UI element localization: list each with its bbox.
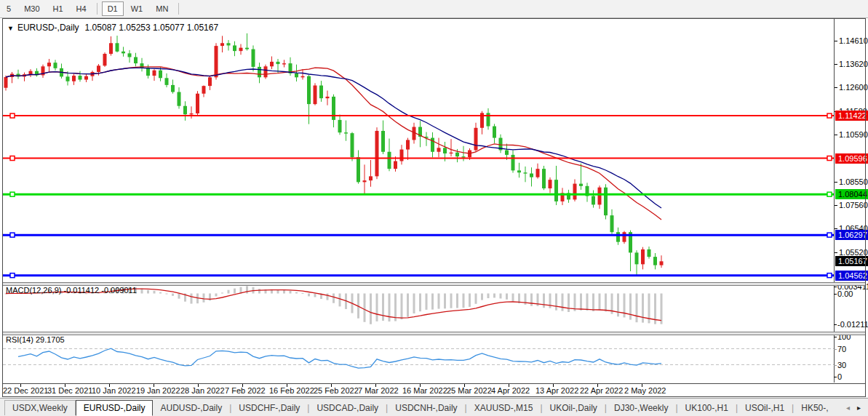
macd-bar <box>599 294 601 311</box>
chart-title: ▼EURUSD-,Daily1.05087 1.05253 1.05077 1.… <box>7 23 218 33</box>
chart-tabbar: USDX,WeeklyEURUSD-,DailyAUDUSD-,Daily|US… <box>0 398 868 416</box>
hline-handle[interactable] <box>827 273 832 278</box>
macd-bar <box>481 294 483 300</box>
timeframe-button-h4[interactable]: H4 <box>71 1 92 16</box>
candle-body <box>196 94 199 113</box>
tab-usdx-weekly[interactable]: USDX,Weekly <box>4 400 76 415</box>
tab-dj30-weekly[interactable]: DJ30-,Weekly <box>607 401 675 415</box>
timeframe-button-d1[interactable]: D1 <box>102 1 124 16</box>
candle-body <box>437 148 441 151</box>
timeframe-button-5[interactable]: 5 <box>1 1 17 16</box>
macd-bar <box>426 294 428 310</box>
candle-body <box>369 176 373 180</box>
candle-body <box>270 62 274 66</box>
chart-dropdown-icon[interactable]: ▼ <box>7 25 14 32</box>
rsi-indicator-label: RSI(14) 29.1705 <box>6 335 65 344</box>
price-axis[interactable]: 1.146101.136201.126001.115801.105901.085… <box>834 19 867 383</box>
tab-usdcad-daily[interactable]: USDCAD-,Daily <box>309 401 386 415</box>
hline-handle[interactable] <box>10 113 15 118</box>
macd-bar <box>370 294 372 324</box>
hline-handle[interactable] <box>10 192 15 196</box>
hline-handle[interactable] <box>827 156 832 161</box>
candle-body <box>276 62 280 64</box>
pane-divider-macd[interactable] <box>3 282 866 286</box>
macd-bar <box>228 290 230 294</box>
macd-bar <box>394 294 397 321</box>
hline-1.09596[interactable] <box>3 156 834 161</box>
macd-bar <box>419 294 421 312</box>
candle-body <box>97 65 100 72</box>
candle-body <box>394 161 397 169</box>
candle-body <box>400 150 404 161</box>
timeframe-button-w1[interactable]: W1 <box>125 1 149 16</box>
candle-body <box>623 232 626 241</box>
macd-bar <box>234 289 236 294</box>
candle-body <box>542 169 546 188</box>
macd-bar <box>401 294 403 320</box>
date-label: 4 Apr 2022 <box>491 386 530 395</box>
tab-usoil-h1[interactable]: USOil-,H1 <box>738 401 792 415</box>
candle-body <box>660 261 664 265</box>
ma-slow-line <box>6 68 661 208</box>
candle-body <box>487 113 490 126</box>
hline-1.04562[interactable] <box>3 273 834 278</box>
timeframe-button-h1[interactable]: H1 <box>47 1 69 16</box>
tab-audusd-daily[interactable]: AUDUSD-,Daily <box>153 401 229 415</box>
candle-body <box>517 170 521 172</box>
macd-bar <box>562 294 564 311</box>
macd-bar <box>258 289 260 293</box>
hline-handle[interactable] <box>827 113 832 118</box>
candle-body <box>455 153 459 156</box>
hline-1.11422[interactable] <box>3 113 834 118</box>
hline-handle[interactable] <box>10 156 15 161</box>
candle-body <box>146 68 150 76</box>
candle-body <box>190 113 194 114</box>
tab-hk50[interactable]: HK50-, <box>794 401 835 415</box>
date-label: 2 May 2022 <box>624 386 666 395</box>
price-tick-label: 1.12600 <box>839 83 868 92</box>
hline-1.08044[interactable] <box>3 192 834 196</box>
macd-axis-label: 0.00 <box>837 289 853 298</box>
candle-body <box>54 63 57 68</box>
tab-usdchf-daily[interactable]: USDCHF-,Daily <box>231 401 307 415</box>
tab-ukoil-daily[interactable]: UKOil-,Daily <box>543 401 605 415</box>
timeframe-button-mn[interactable]: MN <box>150 1 174 16</box>
macd-bar <box>314 294 316 297</box>
tab-scroll-right-icon[interactable]: ▸ <box>857 404 861 412</box>
macd-bar <box>444 294 446 309</box>
tab-usdcnh-daily[interactable]: USDCNH-,Daily <box>388 401 464 415</box>
date-label: 25 Mar 2022 <box>447 386 492 395</box>
price-tick-label: 1.08550 <box>839 177 868 186</box>
candle-body <box>363 180 367 182</box>
hline-handle[interactable] <box>827 192 832 196</box>
candle-body <box>450 153 453 153</box>
price-badge-1.09596: 1.09596 <box>835 153 868 164</box>
macd-bar <box>629 294 632 320</box>
macd-bar <box>221 292 223 293</box>
candle-body <box>103 54 107 65</box>
candle-body <box>4 77 8 88</box>
hline-handle[interactable] <box>827 233 832 237</box>
macd-bar <box>475 294 477 304</box>
tab-uk100-h1[interactable]: UK100-,H1 <box>678 401 736 415</box>
hline-1.06297[interactable] <box>3 233 834 237</box>
tab-eurusd-daily[interactable]: EURUSD-,Daily <box>76 400 154 416</box>
price-tick-label: 1.13620 <box>839 60 868 68</box>
chart-canvas[interactable] <box>0 0 868 416</box>
hline-handle[interactable] <box>10 233 15 237</box>
macd-bar <box>642 294 644 323</box>
candle-body <box>641 249 645 264</box>
date-axis[interactable]: 22 Dec 202131 Dec 202110 Jan 202219 Jan … <box>3 383 866 397</box>
price-tick-label: 1.14610 <box>839 36 868 45</box>
candle-body <box>245 48 249 49</box>
tab-xauusd-m15[interactable]: XAUUSD-,M15 <box>467 401 541 415</box>
price-badge-1.05167: 1.05167 <box>835 256 868 266</box>
tab-scroll-left-icon[interactable]: ◂ <box>846 404 850 412</box>
pane-divider-rsi[interactable] <box>3 332 866 335</box>
candle-body <box>511 155 515 170</box>
timeframe-button-m30[interactable]: M30 <box>18 1 45 16</box>
hline-handle[interactable] <box>10 273 15 278</box>
date-label: 16 Mar 2022 <box>402 386 447 395</box>
candle-body <box>635 252 639 264</box>
macd-bar <box>364 294 366 322</box>
